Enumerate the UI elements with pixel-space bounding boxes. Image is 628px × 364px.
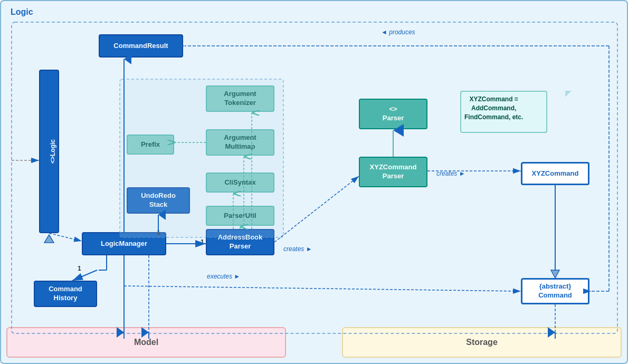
abstract-command-box: {abstract}Command [521,278,589,304]
model-label: Model [134,338,158,347]
argument-multimap-label: ArgumentMultimap [224,133,256,151]
svg-marker-30 [551,270,559,278]
interface-logic-box: <>Logic [39,70,59,233]
creates1-label: creates ► [283,245,312,253]
main-diagram: Logic Model Storage CommandResult <>Logi… [0,0,628,364]
interface-logic-label: <>Logic [42,139,57,164]
creates2-label: creates ► [436,170,465,177]
xyz-command-parser-label: XYZCommandParser [370,163,417,181]
command-result-box: CommandResult [99,34,183,58]
svg-line-26 [274,176,359,242]
command-history-box: CommandHistory [34,281,97,307]
abstract-command-label: {abstract}Command [538,282,572,300]
logic-manager-label: LogicManager [101,240,147,248]
command-result-label: CommandResult [113,42,168,51]
produces-label: ◄ produces [381,28,415,36]
xyz-command-label: XYZCommand [532,169,579,178]
svg-line-19 [72,270,97,281]
num-1-logic-manager-history: 1 [78,265,81,272]
argument-tokenizer-box: ArgumentTokenizer [206,85,274,112]
command-history-label: CommandHistory [49,285,82,303]
argument-tokenizer-label: ArgumentTokenizer [224,90,256,108]
parser-interface-label: <>Parser [383,105,404,123]
svg-line-20 [49,233,82,241]
parser-util-label: ParserUtil [224,212,256,221]
num-1-logic-manager-addressbook: 1 [201,238,204,246]
svg-marker-14 [44,235,54,243]
parser-interface-box: <>Parser [359,99,427,129]
cli-syntax-box: CliSyntax [206,173,274,193]
executes-label: executes ► [207,273,240,280]
storage-label: Storage [466,338,498,347]
storage-section: Storage [342,327,622,358]
note-label: XYZCommand =AddCommand,FindCommand, etc. [464,95,523,121]
logic-manager-box: LogicManager [82,232,166,255]
num-1-logic-manager-undoredo: 1 [157,229,160,236]
addressbook-parser-box: AddressBookParser [206,229,274,255]
svg-line-32 [124,286,521,291]
note-box: XYZCommand =AddCommand,FindCommand, etc. [460,91,547,133]
logic-title: Logic [11,7,33,17]
prefix-label: Prefix [141,140,160,149]
xyz-command-box: XYZCommand [521,162,589,185]
parser-util-box: ParserUtil [206,206,274,226]
prefix-box: Prefix [127,135,174,155]
xyz-command-parser-box: XYZCommandParser [359,157,427,187]
undoredo-stack-label: UndoRedoStack [141,191,176,209]
note-dog-ear [565,91,572,97]
model-section: Model [6,327,286,358]
cli-syntax-label: CliSyntax [224,178,255,187]
addressbook-parser-label: AddressBookParser [218,233,263,251]
undoredo-stack-box: UndoRedoStack [127,187,190,214]
argument-multimap-box: ArgumentMultimap [206,129,274,156]
